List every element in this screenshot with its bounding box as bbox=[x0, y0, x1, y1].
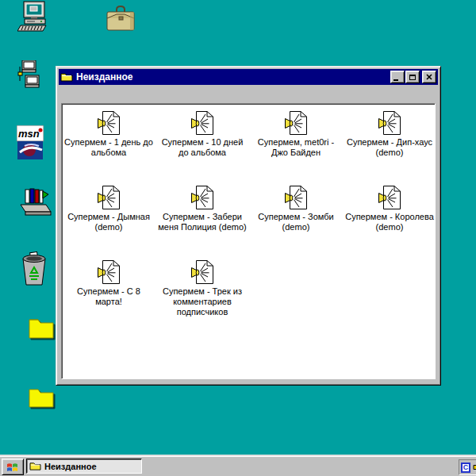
desktop: { "colors": { "desktop": "#00A0A0", "tit… bbox=[0, 0, 476, 476]
file-item[interactable]: Супермем - С 8 марта! bbox=[63, 259, 154, 334]
close-button[interactable] bbox=[422, 71, 436, 83]
msn-icon[interactable]: msn bbox=[17, 125, 44, 163]
file-label: Супермем - Дип-хаус (demo) bbox=[345, 137, 434, 158]
computer-glyph bbox=[17, 1, 51, 33]
folder-icon bbox=[29, 461, 41, 471]
audio-file-icon bbox=[378, 185, 401, 210]
file-grid: Супермем - 1 день до альбома Супермем - … bbox=[62, 104, 435, 334]
taskbar-task-button[interactable]: Неизданное bbox=[26, 459, 142, 474]
file-label: Супермем - Забери меня Полиция (demo) bbox=[158, 212, 247, 232]
file-label: Супермем, met0ri - Джо Байден bbox=[251, 137, 340, 158]
taskbar: Неизданное C bbox=[0, 456, 476, 476]
svg-text:msn: msn bbox=[18, 128, 40, 140]
file-label: Супермем - Королева (demo) bbox=[345, 212, 434, 232]
file-item[interactable]: Супермем - Дип-хаус (demo) bbox=[344, 110, 435, 185]
file-label: Супермем - 10 дней до альбома bbox=[158, 137, 247, 158]
folder-glyph bbox=[29, 386, 54, 409]
file-item[interactable]: Супермем, met0ri - Джо Байден bbox=[251, 110, 341, 185]
windows-logo-icon bbox=[6, 462, 19, 473]
folder-icon bbox=[60, 71, 73, 83]
language-indicator[interactable]: C bbox=[461, 463, 470, 473]
audio-file-icon bbox=[97, 110, 121, 136]
file-item[interactable]: Супермем - Королева (demo) bbox=[344, 185, 435, 259]
file-item[interactable]: Супермем - Трек из комментариев подписчи… bbox=[157, 259, 248, 334]
audio-file-icon bbox=[97, 185, 121, 210]
audio-file-icon bbox=[97, 259, 121, 285]
volume-icon[interactable] bbox=[472, 462, 476, 473]
audio-file-icon bbox=[190, 259, 214, 285]
folder-glyph bbox=[29, 314, 54, 341]
my-computer-icon[interactable] bbox=[17, 1, 51, 36]
file-list-area: Супермем - 1 день до альбома Супермем - … bbox=[61, 103, 436, 379]
file-label: Супермем - Трек из комментариев подписчи… bbox=[158, 286, 247, 317]
audio-file-icon bbox=[378, 110, 401, 136]
minimize-icon bbox=[393, 79, 398, 81]
audio-file-icon bbox=[284, 110, 308, 136]
explorer-window: Неизданное Супермем - 1 день до альбома … bbox=[56, 66, 441, 386]
folder-icon[interactable] bbox=[29, 314, 54, 344]
inbox-icon[interactable] bbox=[19, 186, 52, 222]
start-button[interactable] bbox=[2, 459, 24, 475]
minimize-button[interactable] bbox=[390, 71, 405, 83]
file-item[interactable]: Супермем - 10 дней до альбома bbox=[157, 110, 248, 185]
file-item[interactable]: Супермем - 1 день до альбома bbox=[63, 110, 154, 185]
audio-file-icon bbox=[190, 185, 214, 210]
audio-file-icon bbox=[284, 185, 308, 210]
maximize-icon bbox=[409, 75, 416, 80]
file-item[interactable]: Супермем - Зомби (demo) bbox=[251, 185, 341, 259]
briefcase-icon[interactable] bbox=[106, 5, 136, 36]
maximize-button[interactable] bbox=[405, 71, 420, 83]
inbox-glyph bbox=[19, 186, 52, 219]
file-label: Супермем - Зомби (demo) bbox=[251, 212, 340, 232]
close-icon bbox=[426, 74, 432, 80]
recycle-bin-glyph bbox=[20, 251, 48, 286]
task-button-label: Неизданное bbox=[44, 462, 97, 471]
recycle-bin-icon[interactable] bbox=[20, 251, 48, 290]
network-glyph bbox=[17, 60, 49, 89]
msn-glyph: msn bbox=[17, 125, 44, 160]
briefcase-glyph bbox=[106, 5, 136, 33]
file-label: Супермем - 1 день до альбома bbox=[64, 137, 153, 158]
audio-file-icon bbox=[190, 110, 214, 136]
file-label: Супермем - Дымная (demo) bbox=[64, 212, 153, 232]
window-title: Неизданное bbox=[76, 71, 390, 83]
file-item[interactable]: Супермем - Дымная (demo) bbox=[63, 185, 154, 259]
file-label: Супермем - С 8 марта! bbox=[64, 286, 153, 307]
folder-icon[interactable] bbox=[29, 386, 54, 413]
file-item[interactable]: Супермем - Забери меня Полиция (demo) bbox=[157, 185, 248, 259]
system-tray: C bbox=[459, 459, 476, 475]
network-neighborhood-icon[interactable] bbox=[17, 60, 49, 92]
window-titlebar[interactable]: Неизданное bbox=[59, 69, 438, 85]
